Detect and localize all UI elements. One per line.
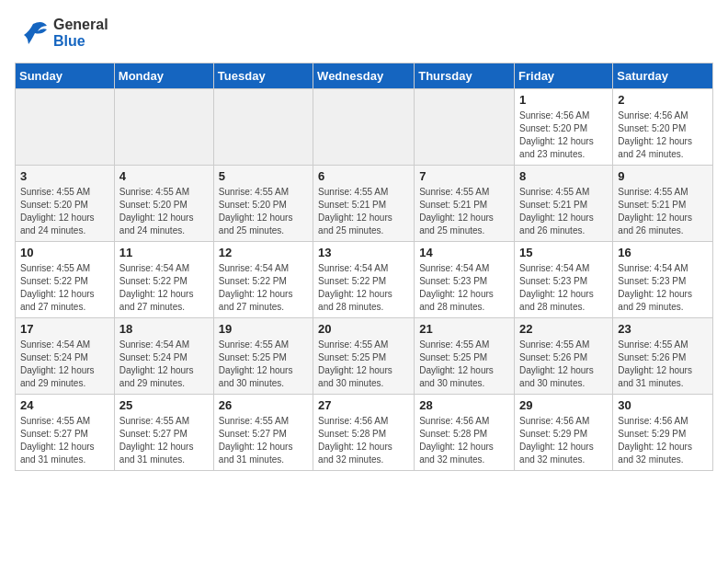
day-info: Sunrise: 4:54 AM Sunset: 5:22 PM Dayligh… — [318, 262, 409, 314]
day-info: Sunrise: 4:55 AM Sunset: 5:20 PM Dayligh… — [20, 186, 109, 237]
page-header: GeneralBlue — [15, 15, 713, 52]
day-info: Sunrise: 4:56 AM Sunset: 5:28 PM Dayligh… — [318, 415, 409, 466]
calendar-cell: 3Sunrise: 4:55 AM Sunset: 5:20 PM Daylig… — [16, 166, 115, 242]
day-info: Sunrise: 4:56 AM Sunset: 5:28 PM Dayligh… — [419, 415, 509, 466]
day-info: Sunrise: 4:55 AM Sunset: 5:25 PM Dayligh… — [318, 339, 409, 390]
day-info: Sunrise: 4:54 AM Sunset: 5:23 PM Dayligh… — [419, 262, 509, 314]
calendar-cell: 5Sunrise: 4:55 AM Sunset: 5:20 PM Daylig… — [213, 166, 313, 242]
day-number: 29 — [519, 398, 608, 412]
header-cell-friday: Friday — [515, 63, 613, 89]
day-info: Sunrise: 4:56 AM Sunset: 5:29 PM Dayligh… — [618, 415, 708, 466]
day-number: 16 — [618, 246, 708, 259]
day-info: Sunrise: 4:55 AM Sunset: 5:27 PM Dayligh… — [219, 415, 308, 466]
day-info: Sunrise: 4:56 AM Sunset: 5:29 PM Dayligh… — [519, 415, 608, 466]
header-row: SundayMondayTuesdayWednesdayThursdayFrid… — [16, 63, 713, 89]
day-info: Sunrise: 4:55 AM Sunset: 5:21 PM Dayligh… — [618, 186, 708, 237]
calendar-cell: 16Sunrise: 4:54 AM Sunset: 5:23 PM Dayli… — [613, 242, 713, 318]
calendar-cell: 28Sunrise: 4:56 AM Sunset: 5:28 PM Dayli… — [415, 395, 515, 471]
calendar-cell — [313, 89, 415, 166]
calendar-cell: 29Sunrise: 4:56 AM Sunset: 5:29 PM Dayli… — [515, 395, 613, 471]
logo: GeneralBlue — [15, 15, 108, 52]
logo-blue: Blue — [53, 33, 85, 49]
day-number: 11 — [119, 246, 209, 259]
calendar-cell: 27Sunrise: 4:56 AM Sunset: 5:28 PM Dayli… — [313, 395, 415, 471]
day-info: Sunrise: 4:55 AM Sunset: 5:21 PM Dayligh… — [419, 186, 509, 237]
calendar-cell: 22Sunrise: 4:55 AM Sunset: 5:26 PM Dayli… — [515, 318, 613, 395]
calendar-cell: 17Sunrise: 4:54 AM Sunset: 5:24 PM Dayli… — [16, 318, 115, 395]
day-info: Sunrise: 4:56 AM Sunset: 5:20 PM Dayligh… — [618, 109, 708, 161]
day-number: 24 — [20, 398, 109, 412]
day-number: 23 — [618, 322, 708, 336]
day-info: Sunrise: 4:55 AM Sunset: 5:21 PM Dayligh… — [519, 186, 608, 237]
calendar-cell: 20Sunrise: 4:55 AM Sunset: 5:25 PM Dayli… — [313, 318, 415, 395]
calendar-cell: 11Sunrise: 4:54 AM Sunset: 5:22 PM Dayli… — [114, 242, 213, 318]
calendar-cell: 8Sunrise: 4:55 AM Sunset: 5:21 PM Daylig… — [515, 166, 613, 242]
day-number: 19 — [219, 322, 308, 336]
day-info: Sunrise: 4:55 AM Sunset: 5:21 PM Dayligh… — [318, 186, 409, 237]
calendar-body: 1Sunrise: 4:56 AM Sunset: 5:20 PM Daylig… — [16, 89, 713, 471]
day-info: Sunrise: 4:55 AM Sunset: 5:26 PM Dayligh… — [618, 339, 708, 390]
day-number: 10 — [20, 246, 109, 259]
header-cell-sunday: Sunday — [16, 63, 115, 89]
day-number: 12 — [219, 246, 308, 259]
day-number: 4 — [119, 169, 209, 183]
day-info: Sunrise: 4:55 AM Sunset: 5:26 PM Dayligh… — [519, 339, 608, 390]
calendar-header: SundayMondayTuesdayWednesdayThursdayFrid… — [16, 63, 713, 89]
week-row-2: 3Sunrise: 4:55 AM Sunset: 5:20 PM Daylig… — [16, 166, 713, 242]
day-number: 3 — [20, 169, 109, 183]
calendar-cell — [415, 89, 515, 166]
calendar-cell — [213, 89, 313, 166]
week-row-1: 1Sunrise: 4:56 AM Sunset: 5:20 PM Daylig… — [16, 89, 713, 166]
day-info: Sunrise: 4:55 AM Sunset: 5:27 PM Dayligh… — [20, 415, 109, 466]
day-number: 8 — [519, 169, 608, 183]
calendar-cell: 25Sunrise: 4:55 AM Sunset: 5:27 PM Dayli… — [114, 395, 213, 471]
day-number: 28 — [419, 398, 509, 412]
day-number: 18 — [119, 322, 209, 336]
day-info: Sunrise: 4:54 AM Sunset: 5:23 PM Dayligh… — [519, 262, 608, 314]
calendar-cell: 23Sunrise: 4:55 AM Sunset: 5:26 PM Dayli… — [613, 318, 713, 395]
week-row-4: 17Sunrise: 4:54 AM Sunset: 5:24 PM Dayli… — [16, 318, 713, 395]
header-cell-thursday: Thursday — [415, 63, 515, 89]
calendar-cell: 15Sunrise: 4:54 AM Sunset: 5:23 PM Dayli… — [515, 242, 613, 318]
logo-general: General — [53, 17, 108, 32]
day-number: 1 — [519, 93, 608, 107]
calendar-cell: 7Sunrise: 4:55 AM Sunset: 5:21 PM Daylig… — [415, 166, 515, 242]
day-number: 13 — [318, 246, 409, 259]
week-row-3: 10Sunrise: 4:55 AM Sunset: 5:22 PM Dayli… — [16, 242, 713, 318]
calendar-cell: 9Sunrise: 4:55 AM Sunset: 5:21 PM Daylig… — [613, 166, 713, 242]
day-info: Sunrise: 4:55 AM Sunset: 5:22 PM Dayligh… — [20, 262, 109, 314]
day-info: Sunrise: 4:54 AM Sunset: 5:22 PM Dayligh… — [219, 262, 308, 314]
calendar-cell: 13Sunrise: 4:54 AM Sunset: 5:22 PM Dayli… — [313, 242, 415, 318]
calendar-cell: 14Sunrise: 4:54 AM Sunset: 5:23 PM Dayli… — [415, 242, 515, 318]
calendar-cell — [114, 89, 213, 166]
header-cell-saturday: Saturday — [613, 63, 713, 89]
day-info: Sunrise: 4:54 AM Sunset: 5:23 PM Dayligh… — [618, 262, 708, 314]
calendar-cell: 10Sunrise: 4:55 AM Sunset: 5:22 PM Dayli… — [16, 242, 115, 318]
calendar-cell: 30Sunrise: 4:56 AM Sunset: 5:29 PM Dayli… — [613, 395, 713, 471]
day-info: Sunrise: 4:54 AM Sunset: 5:24 PM Dayligh… — [119, 339, 209, 390]
day-info: Sunrise: 4:55 AM Sunset: 5:27 PM Dayligh… — [119, 415, 209, 466]
calendar-cell: 4Sunrise: 4:55 AM Sunset: 5:20 PM Daylig… — [114, 166, 213, 242]
day-number: 9 — [618, 169, 708, 183]
day-info: Sunrise: 4:55 AM Sunset: 5:25 PM Dayligh… — [219, 339, 308, 390]
calendar-cell: 6Sunrise: 4:55 AM Sunset: 5:21 PM Daylig… — [313, 166, 415, 242]
calendar-cell: 19Sunrise: 4:55 AM Sunset: 5:25 PM Dayli… — [213, 318, 313, 395]
day-number: 7 — [419, 169, 509, 183]
week-row-5: 24Sunrise: 4:55 AM Sunset: 5:27 PM Dayli… — [16, 395, 713, 471]
day-number: 25 — [119, 398, 209, 412]
day-info: Sunrise: 4:56 AM Sunset: 5:20 PM Dayligh… — [519, 109, 608, 161]
calendar-cell: 1Sunrise: 4:56 AM Sunset: 5:20 PM Daylig… — [515, 89, 613, 166]
calendar-cell: 12Sunrise: 4:54 AM Sunset: 5:22 PM Dayli… — [213, 242, 313, 318]
day-info: Sunrise: 4:55 AM Sunset: 5:20 PM Dayligh… — [119, 186, 209, 237]
calendar-cell — [16, 89, 115, 166]
calendar-cell: 21Sunrise: 4:55 AM Sunset: 5:25 PM Dayli… — [415, 318, 515, 395]
day-info: Sunrise: 4:55 AM Sunset: 5:20 PM Dayligh… — [219, 186, 308, 237]
header-cell-tuesday: Tuesday — [213, 63, 313, 89]
day-number: 15 — [519, 246, 608, 259]
calendar-cell: 24Sunrise: 4:55 AM Sunset: 5:27 PM Dayli… — [16, 395, 115, 471]
calendar-table: SundayMondayTuesdayWednesdayThursdayFrid… — [15, 63, 713, 471]
day-number: 22 — [519, 322, 608, 336]
day-number: 21 — [419, 322, 509, 336]
header-cell-monday: Monday — [114, 63, 213, 89]
day-info: Sunrise: 4:54 AM Sunset: 5:22 PM Dayligh… — [119, 262, 209, 314]
